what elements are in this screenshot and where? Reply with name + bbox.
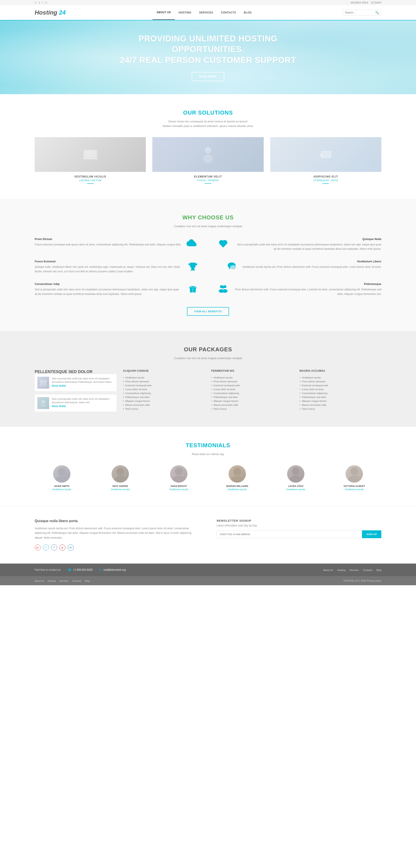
footer-bottom-contacts[interactable]: Contacts [72,580,81,582]
twitter-icon[interactable]: 𝕏 [35,1,37,4]
member-area-link[interactable]: MEMBER AREA [351,1,368,4]
footer-nav-services[interactable]: Services [349,569,358,571]
package-cards: Sed ut perspiciatis undis iste natus err… [35,374,116,412]
why-item-right-2: Vestibulum libero Vestibulum iaculis lac… [217,260,381,274]
package-card-text-1: Sed ut perspiciatis undis iste natus err… [52,377,114,387]
solution-title-1: VESTIBULUM IACULIS [35,175,146,178]
footer-nav-hosting[interactable]: Hosting [337,569,345,571]
solution-title-3: ADIPISCING ELIT [270,175,381,178]
social-twitter-link[interactable]: t [43,545,49,551]
footer-bottom: Feel free to contact us: ☎ +1 959 603 60… [0,563,416,576]
twitter-bird-icon[interactable]: ● [39,1,40,4]
person-silhouette-5 [287,465,304,483]
list-item: Aliquam congue fermnt [211,399,293,403]
nav-contacts[interactable]: CONTACTS [217,6,240,20]
package-card-image-1 [37,377,49,389]
testimonial-marian-williams: MARIAN WILLIAMS Vestibulum iaculis [210,465,264,491]
footer-nav-about[interactable]: About us [323,569,333,571]
why-item-title-3: Consectetuer adip [35,282,182,286]
social-google-link[interactable]: g+ [35,545,41,551]
testimonial-nick-harris: NICK HARRIS Vestibulum iaculis [93,465,147,491]
solution-title-2: ELEMENTUM VELIT [152,175,264,178]
list-item: Vestibulum iaculis [123,376,205,379]
newsletter-signup-button[interactable]: SIGN UP [362,530,381,538]
nav-services[interactable]: SERVICES [195,6,217,20]
svg-point-28 [56,476,68,483]
footer-email: ✉ mail@demolink.org [99,568,126,571]
footer-nav-contacts[interactable]: Contacts [363,569,372,571]
list-item: Consectetuer adipiscing [123,391,205,395]
footer-bottom-blog[interactable]: Blog [85,580,90,582]
list-item: Mauris accumsan nulla [211,403,293,407]
list-item: Sed in lacus [123,407,205,411]
person-silhouette-4 [229,465,246,483]
solution-image-2 [152,137,264,172]
solution-card-2: ELEMENTUM VELIT FUSCE / DISMISS [152,137,264,184]
testimonials-subtitle: Read what our clients say [35,452,381,457]
svg-rect-26 [41,404,46,407]
testimonials-grid: ADAM SMITH Vestibulum iaculis NICK HARRI… [35,465,381,491]
footer-nav-bottom: About us Hosting Services Contacts Blog [320,568,381,572]
why-item-text-3: Sed ut perspiciatis undis iste natus err… [35,287,182,296]
search-icon[interactable]: 🔍 [375,11,379,14]
footer-about-text: Vestibulum iaculis lacinia est. Proin di… [35,526,199,540]
why-item-right-3: Pellentesque Proin dictum elementum veli… [217,282,381,296]
person-silhouette-3 [170,465,187,483]
package-read-more-2[interactable]: READ MORE [52,405,114,407]
newsletter-email-input[interactable] [217,530,362,538]
footer-bottom-hosting[interactable]: Hosting [48,580,56,582]
linkedin-icon[interactable]: in [45,1,47,4]
sitemap-link[interactable]: SITEMAP [371,1,381,4]
footer-bottom-about[interactable]: About us [35,580,44,582]
main-nav: ABOUT US HOSTING SERVICES CONTACTS BLOG [152,5,256,20]
hero-read-more-button[interactable]: READ MORE [192,72,224,81]
package-col-title-aliquam: ALIQUAM CONGUE [123,369,205,372]
view-all-benefits-button[interactable]: VIEW ALL BENEFITS [187,307,229,316]
why-item-title-right-1: Quisque nulla [234,238,381,241]
list-item: Euismod consequat ante [300,383,382,388]
social-pinterest-link[interactable]: p [59,545,65,551]
why-icon-chat [225,260,238,273]
list-item: Proin dictum elementu [300,379,382,383]
newsletter: NEWSLETTER SIGNUP Latest information onl… [217,519,381,551]
testimonial-adam-smith: ADAM SMITH Vestibulum iaculis [35,465,89,491]
search-box[interactable]: 🔍 [343,10,381,16]
phone-icon: ☎ [68,568,71,571]
nav-blog[interactable]: BLOG [240,6,256,20]
person-name-sara: SARA BRIGHT [152,485,206,487]
svg-point-25 [41,400,45,404]
footer-about-title: Quisque nulla libero porta [35,519,199,523]
facebook-icon[interactable]: f [42,1,43,4]
footer-nav-blog[interactable]: Blog [377,569,381,571]
social-facebook-link[interactable]: f [51,545,57,551]
why-icon-gift [186,282,199,295]
testimonial-laura-cruz: LAURA CRUZ Vestibulum iaculis [269,465,323,491]
why-item-right-1: Quisque nulla Sed ut perspiciatis undis … [217,238,381,251]
list-item: Proin dictum elementu [123,379,205,383]
why-item-title-right-2: Vestibulum libero [242,260,381,263]
svg-point-30 [114,476,126,483]
list-item: Euismod consequat ante [123,383,205,388]
svg-point-23 [43,380,47,383]
person-title-marian: Vestibulum iaculis [210,488,264,491]
why-item-title-2: Fusce euismod [35,260,182,263]
packages-subtitle: Curabitur non orci sit amet magna sceler… [35,356,381,361]
svg-point-21 [222,289,228,293]
list-item: Aliquam congue fermnt [123,399,205,403]
search-input[interactable] [345,11,375,14]
person-title-victoria: Vestibulum iaculis [327,488,381,491]
footer-bottom-services[interactable]: Services [59,580,68,582]
solution-card-3: ADIPISCING ELIT CONSEQUAT / ANTE [270,137,381,184]
nav-about-us[interactable]: ABOUT US [152,5,175,20]
social-linkedin-link[interactable]: in [68,545,74,551]
package-read-more-1[interactable]: READ MORE [52,385,114,387]
list-item: Mauris accumsan nulla [123,403,205,407]
solutions-grid: VESTIBULUM IACULIS LACINIA / DICTUM ELEM… [35,137,381,184]
newsletter-form: SIGN UP [217,530,381,538]
why-grid: Proin dictum Fusce euismod consequat ant… [35,238,381,296]
why-item-title-right-3: Pellentesque [234,282,381,286]
hero-section: PROVIDING UNLIMITED HOSTING OPPORTUNITIE… [0,21,416,94]
list-item: Lorem dolor sit amet [123,388,205,391]
nav-hosting[interactable]: HOSTING [175,6,195,20]
svg-point-19 [222,286,224,288]
